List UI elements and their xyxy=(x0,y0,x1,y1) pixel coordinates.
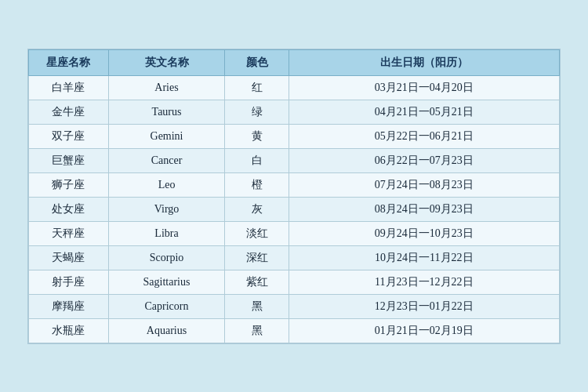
cell-english-name: Aquarius xyxy=(108,318,225,343)
header-birth-date: 出生日期（阳历） xyxy=(289,49,559,75)
cell-english-name: Libra xyxy=(108,221,225,245)
cell-chinese-name: 双子座 xyxy=(29,124,109,148)
cell-chinese-name: 天秤座 xyxy=(29,221,109,245)
cell-birth-date: 07月24日一08月23日 xyxy=(289,172,559,197)
cell-english-name: Gemini xyxy=(108,124,225,148)
cell-color: 黄 xyxy=(225,124,289,148)
cell-birth-date: 05月22日一06月21日 xyxy=(289,124,559,148)
cell-english-name: Sagittarius xyxy=(108,270,225,294)
zodiac-table-container: 星座名称 英文名称 颜色 出生日期（阳历） 白羊座Aries红03月21日一04… xyxy=(27,49,561,344)
cell-birth-date: 11月23日一12月22日 xyxy=(289,270,559,294)
table-header-row: 星座名称 英文名称 颜色 出生日期（阳历） xyxy=(29,49,560,75)
cell-chinese-name: 狮子座 xyxy=(29,172,109,197)
cell-english-name: Capricorn xyxy=(108,294,225,318)
cell-birth-date: 09月24日一10月23日 xyxy=(289,221,559,245)
cell-english-name: Leo xyxy=(108,172,225,197)
cell-english-name: Taurus xyxy=(108,100,225,124)
cell-english-name: Scorpio xyxy=(108,245,225,270)
cell-birth-date: 03月21日一04月20日 xyxy=(289,75,559,100)
table-row: 射手座Sagittarius紫红11月23日一12月22日 xyxy=(29,270,560,294)
table-row: 巨蟹座Cancer白06月22日一07月23日 xyxy=(29,148,560,172)
cell-chinese-name: 摩羯座 xyxy=(29,294,109,318)
cell-color: 黑 xyxy=(225,318,289,343)
cell-color: 绿 xyxy=(225,100,289,124)
cell-birth-date: 06月22日一07月23日 xyxy=(289,148,559,172)
table-row: 双子座Gemini黄05月22日一06月21日 xyxy=(29,124,560,148)
cell-birth-date: 10月24日一11月22日 xyxy=(289,245,559,270)
table-row: 白羊座Aries红03月21日一04月20日 xyxy=(29,75,560,100)
table-row: 狮子座Leo橙07月24日一08月23日 xyxy=(29,172,560,197)
cell-birth-date: 04月21日一05月21日 xyxy=(289,100,559,124)
table-row: 天蝎座Scorpio深红10月24日一11月22日 xyxy=(29,245,560,270)
cell-birth-date: 01月21日一02月19日 xyxy=(289,318,559,343)
table-row: 处女座Virgo灰08月24日一09月23日 xyxy=(29,197,560,221)
cell-birth-date: 12月23日一01月22日 xyxy=(289,294,559,318)
header-color: 颜色 xyxy=(225,49,289,75)
cell-chinese-name: 射手座 xyxy=(29,270,109,294)
cell-color: 灰 xyxy=(225,197,289,221)
zodiac-table: 星座名称 英文名称 颜色 出生日期（阳历） 白羊座Aries红03月21日一04… xyxy=(28,49,560,343)
cell-chinese-name: 水瓶座 xyxy=(29,318,109,343)
header-chinese-name: 星座名称 xyxy=(29,49,109,75)
cell-english-name: Virgo xyxy=(108,197,225,221)
cell-chinese-name: 天蝎座 xyxy=(29,245,109,270)
cell-color: 红 xyxy=(225,75,289,100)
cell-color: 白 xyxy=(225,148,289,172)
cell-english-name: Cancer xyxy=(108,148,225,172)
cell-color: 紫红 xyxy=(225,270,289,294)
cell-chinese-name: 巨蟹座 xyxy=(29,148,109,172)
cell-chinese-name: 处女座 xyxy=(29,197,109,221)
cell-color: 黑 xyxy=(225,294,289,318)
table-row: 天秤座Libra淡红09月24日一10月23日 xyxy=(29,221,560,245)
table-row: 金牛座Taurus绿04月21日一05月21日 xyxy=(29,100,560,124)
cell-birth-date: 08月24日一09月23日 xyxy=(289,197,559,221)
cell-color: 橙 xyxy=(225,172,289,197)
cell-english-name: Aries xyxy=(108,75,225,100)
table-row: 摩羯座Capricorn黑12月23日一01月22日 xyxy=(29,294,560,318)
table-row: 水瓶座Aquarius黑01月21日一02月19日 xyxy=(29,318,560,343)
cell-color: 淡红 xyxy=(225,221,289,245)
cell-chinese-name: 金牛座 xyxy=(29,100,109,124)
header-english-name: 英文名称 xyxy=(108,49,225,75)
cell-color: 深红 xyxy=(225,245,289,270)
cell-chinese-name: 白羊座 xyxy=(29,75,109,100)
